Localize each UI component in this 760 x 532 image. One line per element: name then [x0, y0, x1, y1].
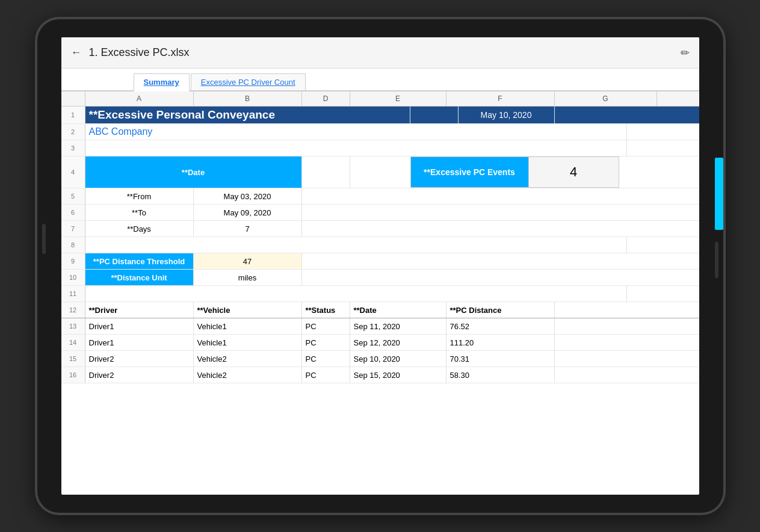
cell-empty	[85, 237, 627, 253]
cell-from-label: **From	[85, 188, 194, 204]
cell-days-value: 7	[194, 221, 302, 237]
cell-company: ABC Company	[85, 124, 627, 140]
pc-events-widget: **Excessive PC Events 4	[410, 156, 619, 188]
cell-col-pc-distance: **PC Distance	[446, 302, 555, 318]
row-num: 8	[61, 237, 85, 253]
cell-status: PC	[302, 351, 350, 367]
cell-to-value: May 09, 2020	[194, 205, 302, 220]
cell-col-status: **Status	[302, 302, 350, 318]
cell-date-header: **Date	[85, 156, 302, 188]
col-header-c: D	[302, 91, 350, 106]
table-row: 13 Driver1 Vehicle1 PC Sep 11, 2020 76.5…	[61, 318, 699, 335]
back-button[interactable]: ←	[71, 46, 82, 59]
cell-date: Sep 11, 2020	[350, 318, 446, 334]
cell-title-fill1	[555, 107, 699, 123]
row-num: 12	[61, 302, 85, 318]
tablet-screen: ← 1. Excessive PC.xlsx ✏ Summary Excessi…	[61, 37, 699, 495]
row-num: 7	[61, 221, 85, 237]
row-num: 1	[61, 107, 85, 123]
cell-distance: 76.52	[446, 318, 555, 334]
cell-date: Sep 15, 2020	[350, 367, 446, 383]
header-left: ← 1. Excessive PC.xlsx	[71, 46, 190, 59]
table-row: 12 **Driver **Vehicle **Status **Date **…	[61, 302, 699, 318]
cell-title-spacer	[410, 107, 459, 123]
scroll-indicator[interactable]	[715, 158, 723, 230]
cell-empty	[85, 286, 627, 302]
table-row: 7 **Days 7	[61, 221, 699, 237]
row-num: 9	[61, 253, 85, 269]
cell-to-label: **To	[85, 205, 194, 220]
row-num: 10	[61, 270, 85, 285]
row-num: 16	[61, 367, 85, 383]
table-row: 2 ABC Company	[61, 124, 699, 140]
cell-status: PC	[302, 318, 350, 334]
row-num: 11	[61, 286, 85, 302]
row-num-spacer	[61, 91, 85, 106]
row-num: 4	[61, 156, 85, 188]
table-row: 5 **From May 03, 2020	[61, 188, 699, 205]
row-num: 14	[61, 335, 85, 350]
col-header-e: F	[446, 91, 555, 106]
table-row: 10 **Distance Unit miles	[61, 270, 699, 286]
cell-status: PC	[302, 367, 350, 383]
side-button-left	[42, 224, 46, 254]
spreadsheet: A B D E F G 1 **Excessive Personal Conve…	[61, 91, 699, 495]
tab-driver-count[interactable]: Excessive PC Driver Count	[191, 73, 306, 90]
cell-distance-value: miles	[194, 270, 302, 285]
col-header-d: E	[350, 91, 446, 106]
cell-vehicle: Vehicle1	[194, 318, 302, 334]
cell-date: May 10, 2020	[459, 107, 555, 123]
table-row: 1 **Excessive Personal Conveyance May 10…	[61, 107, 699, 124]
table-row: 8	[61, 237, 699, 253]
tabs-bar: Summary Excessive PC Driver Count	[61, 69, 699, 91]
data-rows: 13 Driver1 Vehicle1 PC Sep 11, 2020 76.5…	[61, 318, 699, 383]
cell-driver: Driver1	[85, 335, 194, 350]
cell-col-vehicle: **Vehicle	[194, 302, 302, 318]
cell-from-value: May 03, 2020	[194, 188, 302, 204]
edit-icon[interactable]: ✏	[681, 46, 690, 60]
pc-events-value: 4	[528, 157, 619, 187]
cell-date: Sep 12, 2020	[350, 335, 446, 350]
cell-days-label: **Days	[85, 221, 194, 237]
row-num: 3	[61, 140, 85, 156]
column-headers: A B D E F G	[61, 91, 699, 107]
row-num: 15	[61, 351, 85, 367]
tablet-frame: ← 1. Excessive PC.xlsx ✏ Summary Excessi…	[37, 19, 723, 513]
cell-threshold-value: 47	[194, 253, 302, 269]
cell-vehicle: Vehicle2	[194, 367, 302, 383]
col-header-f: G	[555, 91, 657, 106]
cell-status: PC	[302, 335, 350, 350]
pc-events-label: **Excessive PC Events	[411, 157, 528, 187]
row-num: 13	[61, 318, 85, 334]
cell-title: **Excessive Personal Conveyance	[85, 107, 410, 123]
row-num: 6	[61, 205, 85, 220]
col-header-a: A	[85, 91, 194, 106]
cell-empty	[302, 156, 350, 188]
cell-threshold-label: **PC Distance Threshold	[85, 253, 194, 269]
header-bar: ← 1. Excessive PC.xlsx ✏	[61, 37, 699, 69]
table-row: 16 Driver2 Vehicle2 PC Sep 15, 2020 58.3…	[61, 367, 699, 383]
cell-distance: 111.20	[446, 335, 555, 350]
table-row: 15 Driver2 Vehicle2 PC Sep 10, 2020 70.3…	[61, 351, 699, 367]
row-num: 5	[61, 188, 85, 204]
table-row: 9 **PC Distance Threshold 47	[61, 253, 699, 270]
cell-distance: 70.31	[446, 351, 555, 367]
table-row: 4 **Date **Excessive PC Events 4	[61, 156, 699, 188]
row-num: 2	[61, 124, 85, 140]
cell-distance-label: **Distance Unit	[85, 270, 194, 285]
tab-summary[interactable]: Summary	[134, 73, 190, 91]
col-header-b: B	[194, 91, 302, 106]
cell-date: Sep 10, 2020	[350, 351, 446, 367]
cell-col-date: **Date	[350, 302, 446, 318]
cell-driver: Driver2	[85, 367, 194, 383]
cell-col-driver: **Driver	[85, 302, 194, 318]
cell-vehicle: Vehicle2	[194, 351, 302, 367]
cell-empty	[85, 140, 627, 156]
file-title: 1. Excessive PC.xlsx	[89, 46, 190, 59]
table-row: 11	[61, 286, 699, 302]
table-row: 6 **To May 09, 2020	[61, 205, 699, 221]
table-row: 14 Driver1 Vehicle1 PC Sep 12, 2020 111.…	[61, 335, 699, 351]
side-button-right	[715, 242, 718, 278]
cell-distance: 58.30	[446, 367, 555, 383]
table-row: 3	[61, 140, 699, 156]
